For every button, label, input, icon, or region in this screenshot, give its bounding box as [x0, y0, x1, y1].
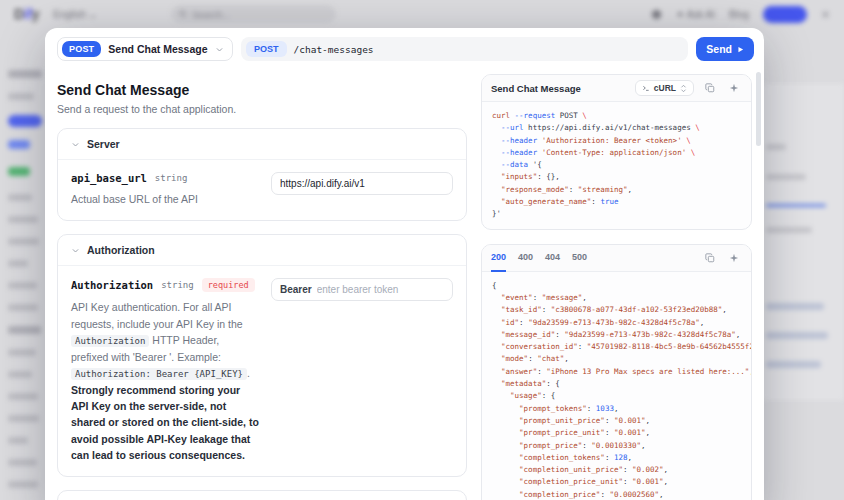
tab-404[interactable]: 404 — [545, 245, 560, 272]
chevron-down-icon — [71, 246, 80, 255]
github-icon — [651, 9, 662, 20]
url-method-badge: POST — [246, 41, 287, 57]
blog-link: Blog — [729, 9, 749, 20]
bearer-prefix: Bearer — [280, 284, 312, 295]
sparkle-icon[interactable] — [726, 250, 742, 266]
url-path: /chat-messages — [294, 44, 374, 55]
copy-icon[interactable] — [702, 250, 718, 266]
authorization-section-toggle[interactable]: Authorization — [58, 235, 466, 266]
bearer-token-input[interactable] — [317, 284, 444, 295]
endpoint-label: Send Chat Message — [108, 43, 208, 55]
play-icon — [737, 46, 744, 53]
backdrop-sidebar — [8, 70, 45, 500]
backdrop-topbar: Dify English ⌄ Search... ✦ Ask AI Blog — [0, 0, 844, 28]
field-authorization: Authorization string required API Key au… — [58, 266, 466, 476]
field-type: string — [155, 173, 188, 183]
response-sample-card: 200 400 404 500 { "event": "message", "t… — [481, 244, 752, 500]
field-description: API Key authentication. For all API requ… — [71, 299, 259, 463]
field-type: string — [161, 280, 194, 290]
dify-logo: Dify — [14, 6, 39, 22]
send-button[interactable]: Send — [696, 37, 754, 61]
chevron-updown-icon — [680, 84, 687, 93]
field-name: Authorization — [71, 279, 153, 291]
tab-500[interactable]: 500 — [572, 245, 587, 272]
backdrop-search-input: Search... — [171, 5, 336, 23]
response-status-tabs: 200 400 404 500 — [491, 245, 694, 271]
field-api-base-url: api_base_url string Actual base URL of t… — [58, 160, 466, 220]
authorization-section: Authorization Authorization string requi… — [57, 234, 467, 477]
request-url-bar[interactable]: POST /chat-messages — [241, 37, 688, 61]
response-code: { "event": "message", "task_id": "c38006… — [482, 272, 751, 500]
server-section-toggle[interactable]: Server — [58, 129, 466, 160]
page-subtitle: Send a request to the chat application. — [57, 103, 467, 115]
backdrop-sidebar-active-item — [8, 115, 42, 127]
search-icon — [179, 10, 187, 18]
language-selector: English ⌄ — [53, 9, 97, 20]
request-sample-title: Send Chat Message — [491, 83, 627, 94]
page-title: Send Chat Message — [57, 82, 467, 98]
server-section: Server api_base_url string Actual base U… — [57, 128, 467, 221]
body-section: Body query string required User Input/Qu… — [57, 490, 467, 500]
field-description: Actual base URL of the API — [71, 191, 259, 207]
endpoint-selector[interactable]: POST Send Chat Message — [57, 37, 233, 61]
terminal-icon — [642, 84, 650, 92]
method-badge: POST — [62, 41, 101, 57]
api-playground-modal: POST Send Chat Message POST /chat-messag… — [45, 28, 764, 500]
backdrop-cta-button — [763, 6, 807, 23]
api-base-url-input[interactable] — [280, 178, 444, 189]
language-select[interactable]: cURL — [635, 80, 694, 96]
ask-ai-link: ✦ Ask AI — [676, 9, 715, 20]
modal-scrollbar[interactable] — [756, 72, 761, 146]
request-code: curl --request POST \ --url https://api.… — [482, 102, 751, 229]
required-badge: required — [202, 278, 255, 292]
inline-code: Authorization — [71, 335, 149, 347]
field-name: api_base_url — [71, 172, 147, 184]
body-section-toggle[interactable]: Body — [58, 491, 466, 500]
inline-code: Authorization: Bearer {API_KEY} — [71, 368, 247, 380]
request-header: POST Send Chat Message POST /chat-messag… — [45, 28, 764, 68]
close-icon — [821, 10, 830, 19]
backdrop-right-panel — [758, 84, 844, 400]
chevron-down-icon — [71, 140, 80, 149]
request-sample-card: Send Chat Message cURL curl --request PO… — [481, 74, 752, 230]
tab-400[interactable]: 400 — [518, 245, 533, 272]
sparkle-icon[interactable] — [726, 80, 742, 96]
tab-200[interactable]: 200 — [491, 245, 506, 272]
copy-icon[interactable] — [702, 80, 718, 96]
chevron-down-icon — [215, 45, 224, 54]
